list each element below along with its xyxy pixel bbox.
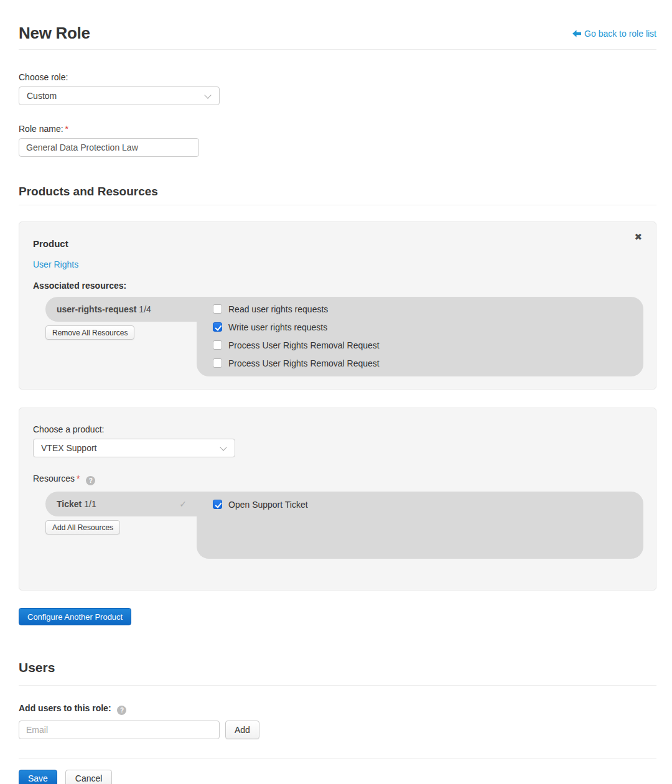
permission-label: Read user rights requests: [228, 304, 328, 314]
close-icon[interactable]: ✖: [634, 232, 642, 241]
checkbox-open-support-ticket[interactable]: [213, 500, 222, 509]
checkbox-process-removal-2[interactable]: [213, 358, 222, 368]
new-role-page: New Role Go back to role list Choose rol…: [0, 0, 672, 784]
footer-divider: [19, 758, 656, 759]
product-name-link[interactable]: User Rights: [33, 259, 643, 269]
remove-all-resources-button[interactable]: Remove All Resources: [45, 325, 134, 340]
resource-tab-count: 1/4: [139, 304, 151, 314]
go-back-label: Go back to role list: [584, 29, 656, 39]
permission-label: Process User Rights Removal Request: [228, 358, 380, 368]
check-mark-icon: ✓: [179, 492, 187, 516]
role-name-label: Role name:*: [19, 124, 656, 134]
permission-row: Open Support Ticket: [213, 499, 308, 510]
chevron-down-icon: [220, 444, 226, 450]
chevron-down-icon: [204, 91, 211, 98]
permission-label: Write user rights requests: [228, 322, 327, 332]
role-name-input[interactable]: [19, 138, 199, 157]
add-users-label-text: Add users to this role:: [19, 703, 111, 713]
choose-product-select[interactable]: VTEX Support: [33, 439, 235, 457]
choose-product-label: Choose a product:: [33, 424, 643, 434]
header-divider: [19, 49, 656, 50]
permission-label: Process User Rights Removal Request: [228, 340, 380, 350]
resource-widget: Ticket1/1 ✓ Open Support Ticket Add All …: [45, 492, 643, 559]
resource-tab-ticket[interactable]: Ticket1/1 ✓: [45, 492, 197, 516]
choose-role-label: Choose role:: [19, 72, 656, 82]
resource-tab-text: Ticket1/1: [57, 492, 96, 516]
go-back-link[interactable]: Go back to role list: [572, 29, 656, 39]
add-user-button[interactable]: Add: [225, 721, 259, 739]
resource-tab-text: user-rights-request1/4: [57, 297, 151, 322]
add-user-row: Add: [19, 721, 656, 739]
page-title: New Role: [19, 24, 90, 43]
users-heading: Users: [19, 660, 656, 675]
users-divider: [19, 685, 656, 686]
permission-label: Open Support Ticket: [228, 500, 308, 510]
configure-another-product-button[interactable]: Configure Another Product: [19, 608, 131, 625]
resource-permissions-panel: [197, 516, 643, 559]
resources-label: Resources* ?: [33, 474, 643, 485]
role-name-label-text: Role name:: [19, 124, 63, 134]
resource-tab-user-rights-request[interactable]: user-rights-request1/4: [45, 297, 197, 322]
products-resources-heading: Products and Resources: [19, 185, 656, 198]
checkbox-write-user-rights[interactable]: [213, 322, 222, 332]
email-input[interactable]: [19, 721, 220, 739]
choose-role-select[interactable]: Custom: [19, 86, 220, 105]
configured-product-card: ✖ Product User Rights Associated resourc…: [19, 222, 656, 390]
help-icon[interactable]: ?: [117, 706, 126, 715]
add-all-resources-button[interactable]: Add All Resources: [45, 520, 120, 534]
resource-tab-count: 1/1: [84, 499, 96, 509]
choose-role-value: Custom: [27, 91, 57, 101]
products-divider: [19, 205, 656, 205]
required-asterisk: *: [77, 474, 80, 483]
permission-row: Write user rights requests: [213, 322, 380, 332]
choose-product-value: VTEX Support: [41, 443, 97, 453]
permission-row: Process User Rights Removal Request: [213, 340, 380, 350]
permission-list: Open Support Ticket: [213, 499, 308, 517]
permission-row: Read user rights requests: [213, 304, 380, 314]
product-label: Product: [33, 238, 643, 249]
add-users-label: Add users to this role: ?: [19, 703, 656, 715]
resource-tab-name: user-rights-request: [57, 304, 136, 314]
help-icon[interactable]: ?: [86, 476, 95, 485]
resource-tab-name: Ticket: [57, 499, 82, 509]
save-button[interactable]: Save: [19, 770, 57, 784]
permission-row: Process User Rights Removal Request: [213, 358, 380, 368]
required-asterisk: *: [65, 124, 68, 134]
resource-widget: user-rights-request1/4 Read user rights …: [45, 297, 643, 376]
cancel-button[interactable]: Cancel: [65, 770, 113, 784]
page-header: New Role Go back to role list: [19, 24, 656, 43]
associated-resources-label: Associated resources:: [33, 281, 643, 291]
checkbox-read-user-rights[interactable]: [213, 304, 222, 314]
arrow-left-icon: [572, 30, 581, 37]
checkbox-process-removal-1[interactable]: [213, 340, 222, 350]
new-product-card: Choose a product: VTEX Support Resources…: [19, 408, 656, 590]
resources-label-text: Resources: [33, 474, 75, 483]
footer-actions: Save Cancel: [19, 770, 656, 784]
permission-list: Read user rights requests Write user rig…: [213, 304, 380, 376]
